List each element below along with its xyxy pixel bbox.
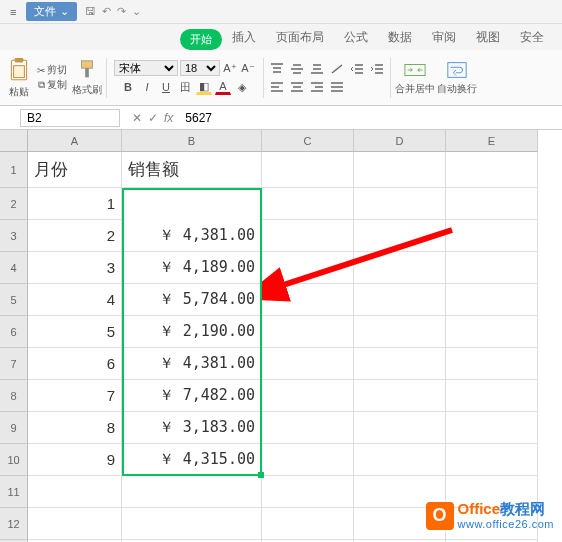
cell[interactable] bbox=[354, 444, 446, 476]
fill-handle[interactable] bbox=[258, 472, 264, 478]
font-color-button[interactable]: A bbox=[215, 79, 231, 95]
clear-format-button[interactable]: ◈ bbox=[234, 79, 250, 95]
row-header[interactable]: 7 bbox=[0, 348, 28, 380]
tab-page-layout[interactable]: 页面布局 bbox=[266, 25, 334, 50]
cell[interactable] bbox=[28, 476, 122, 508]
merge-center-button[interactable]: 合并居中 bbox=[395, 60, 435, 96]
cell[interactable] bbox=[354, 284, 446, 316]
cell[interactable]: ￥ 4,381.00 bbox=[122, 348, 262, 380]
confirm-formula-icon[interactable]: ✓ bbox=[148, 111, 158, 125]
cell[interactable] bbox=[354, 252, 446, 284]
cell[interactable] bbox=[446, 316, 538, 348]
row-header[interactable]: 6 bbox=[0, 316, 28, 348]
row-header[interactable]: 3 bbox=[0, 220, 28, 252]
col-header[interactable]: C bbox=[262, 130, 354, 152]
cell[interactable]: 3 bbox=[28, 252, 122, 284]
row-header[interactable]: 1 bbox=[0, 152, 28, 188]
cell[interactable]: ￥ 7,482.00 bbox=[122, 380, 262, 412]
cell-a1[interactable]: 月份 bbox=[28, 152, 122, 188]
col-header[interactable]: E bbox=[446, 130, 538, 152]
align-top-icon[interactable] bbox=[268, 61, 286, 77]
row-header[interactable]: 4 bbox=[0, 252, 28, 284]
cell[interactable] bbox=[122, 508, 262, 540]
cell[interactable] bbox=[262, 220, 354, 252]
paste-button[interactable]: 粘贴 bbox=[6, 57, 32, 99]
increase-font-icon[interactable]: A⁺ bbox=[222, 60, 238, 76]
cell[interactable] bbox=[446, 284, 538, 316]
row-header[interactable]: 9 bbox=[0, 412, 28, 444]
fill-color-button[interactable]: ◧ bbox=[196, 79, 212, 95]
underline-button[interactable]: U bbox=[158, 79, 174, 95]
copy-button[interactable]: ⧉ 复制 bbox=[38, 78, 67, 92]
cell[interactable]: ￥ 4,189.00 bbox=[122, 252, 262, 284]
cell[interactable]: 5 bbox=[28, 316, 122, 348]
cell[interactable]: ￥ 3,183.00 bbox=[122, 412, 262, 444]
align-center-icon[interactable] bbox=[288, 79, 306, 95]
cell[interactable] bbox=[262, 380, 354, 412]
cell[interactable] bbox=[262, 444, 354, 476]
align-middle-icon[interactable] bbox=[288, 61, 306, 77]
tab-home[interactable]: 开始 bbox=[180, 29, 222, 50]
cell[interactable]: 9 bbox=[28, 444, 122, 476]
bold-button[interactable]: B bbox=[120, 79, 136, 95]
cell[interactable]: 4 bbox=[28, 284, 122, 316]
cell[interactable] bbox=[262, 252, 354, 284]
formula-input[interactable]: 5627 bbox=[179, 111, 562, 125]
cell[interactable]: 6 bbox=[28, 348, 122, 380]
fx-icon[interactable]: fx bbox=[164, 111, 173, 125]
row-header[interactable]: 2 bbox=[0, 188, 28, 220]
cut-button[interactable]: ✂ 剪切 bbox=[37, 63, 67, 77]
cancel-formula-icon[interactable]: ✕ bbox=[132, 111, 142, 125]
cell[interactable] bbox=[262, 412, 354, 444]
decrease-indent-icon[interactable] bbox=[348, 61, 366, 77]
cell[interactable]: ￥ 5,784.00 bbox=[122, 284, 262, 316]
cell[interactable]: ￥ 4,315.00 bbox=[122, 444, 262, 476]
cell[interactable]: 8 bbox=[28, 412, 122, 444]
format-painter-button[interactable]: 格式刷 bbox=[72, 59, 102, 97]
cell[interactable]: 2 bbox=[28, 220, 122, 252]
cell[interactable] bbox=[262, 316, 354, 348]
tab-view[interactable]: 视图 bbox=[466, 25, 510, 50]
cell[interactable]: ￥ 4,381.00 bbox=[122, 220, 262, 252]
cell[interactable] bbox=[122, 476, 262, 508]
name-box[interactable] bbox=[20, 109, 120, 127]
cell[interactable] bbox=[446, 380, 538, 412]
cell[interactable] bbox=[28, 508, 122, 540]
italic-button[interactable]: I bbox=[139, 79, 155, 95]
align-left-icon[interactable] bbox=[268, 79, 286, 95]
cell[interactable] bbox=[354, 220, 446, 252]
tab-security[interactable]: 安全 bbox=[510, 25, 554, 50]
increase-indent-icon[interactable] bbox=[368, 61, 386, 77]
decrease-font-icon[interactable]: A⁻ bbox=[240, 60, 256, 76]
qat-save-icon[interactable]: 🖫 bbox=[85, 5, 96, 18]
cell[interactable] bbox=[446, 348, 538, 380]
cell[interactable] bbox=[354, 348, 446, 380]
tab-insert[interactable]: 插入 bbox=[222, 25, 266, 50]
font-name-select[interactable]: 宋体 bbox=[114, 60, 178, 76]
font-size-select[interactable]: 18 bbox=[180, 60, 220, 76]
cell-b1[interactable]: 销售额 bbox=[122, 152, 262, 188]
col-header[interactable]: B bbox=[122, 130, 262, 152]
tab-formula[interactable]: 公式 bbox=[334, 25, 378, 50]
cell[interactable] bbox=[354, 412, 446, 444]
wrap-text-button[interactable]: 自动换行 bbox=[437, 60, 477, 96]
cell[interactable] bbox=[446, 412, 538, 444]
qat-more-icon[interactable]: ⌄ bbox=[132, 5, 141, 18]
cell[interactable]: 1 bbox=[28, 188, 122, 220]
cell[interactable] bbox=[446, 188, 538, 220]
cell[interactable] bbox=[354, 152, 446, 188]
cell[interactable] bbox=[354, 188, 446, 220]
cell[interactable] bbox=[446, 444, 538, 476]
align-bottom-icon[interactable] bbox=[308, 61, 326, 77]
cell[interactable]: ￥ 2,190.00 bbox=[122, 316, 262, 348]
cell[interactable] bbox=[354, 380, 446, 412]
cell[interactable] bbox=[262, 348, 354, 380]
tab-data[interactable]: 数据 bbox=[378, 25, 422, 50]
row-header[interactable]: 11 bbox=[0, 476, 28, 508]
qat-redo-icon[interactable]: ↷ bbox=[117, 5, 126, 18]
cell[interactable] bbox=[446, 220, 538, 252]
cell[interactable] bbox=[354, 316, 446, 348]
cell[interactable]: 7 bbox=[28, 380, 122, 412]
col-header[interactable]: A bbox=[28, 130, 122, 152]
cell[interactable] bbox=[446, 152, 538, 188]
